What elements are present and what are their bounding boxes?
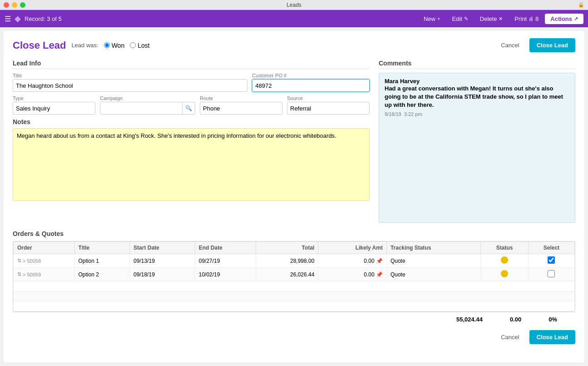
customer-po-input[interactable] [252, 79, 370, 92]
left-column: Lead Info Title Customer PO # Type [13, 60, 370, 223]
order-row-2-status [481, 268, 529, 281]
expand-icon-1[interactable]: > [23, 258, 25, 264]
order-row-2-start: 09/18/19 [130, 268, 195, 281]
minimize-window-button[interactable] [12, 2, 17, 8]
title-field: Title [13, 73, 247, 92]
print-button[interactable]: Print 🖨 8 [509, 14, 544, 24]
comment-text: Had a great conversation with Megan! It … [385, 85, 569, 110]
empty-row-2 [14, 291, 575, 301]
select-checkbox-2[interactable] [548, 270, 555, 277]
comment-author: Mara Harvey [385, 78, 569, 85]
new-button[interactable]: New + [418, 14, 445, 24]
right-column: Comments Mara Harvey Had a great convers… [379, 60, 575, 223]
select-checkbox-1[interactable] [548, 256, 555, 264]
won-radio-option[interactable]: Won [104, 42, 125, 49]
print-num: 8 [535, 15, 539, 22]
customer-po-label: Customer PO # [252, 73, 370, 78]
title-input[interactable] [13, 79, 247, 92]
actions-icon: ↗ [574, 16, 578, 22]
notes-textarea[interactable]: Megan heard about us from a contact at K… [13, 128, 370, 201]
col-tracking-status: Tracking Status [386, 242, 480, 254]
sort-icon-2[interactable]: ⇅ [17, 271, 21, 277]
order-row-2-order: ⇅ > 50059 [14, 268, 75, 281]
window-title: Leads [287, 2, 301, 8]
record-info: Record: 3 of 5 [25, 15, 62, 22]
type-field: Type [13, 95, 95, 115]
close-lead-button-bottom[interactable]: Close Lead [529, 330, 575, 344]
order-row-1-tracking: Quote [386, 254, 480, 268]
title-bar: Leads 🔒 [0, 0, 588, 10]
pin-icon-2[interactable]: 📌 [376, 271, 383, 278]
comment-author-name: Mara Harvey [385, 78, 420, 85]
notes-section: Notes Megan heard about us from a contac… [13, 118, 370, 202]
orders-section: Orders & Quotes Order Title Start Date E… [13, 230, 575, 325]
status-circle-1 [501, 256, 508, 264]
customer-po-field: Customer PO # [252, 73, 370, 92]
source-input[interactable] [287, 102, 370, 115]
order-row-1-status [481, 254, 529, 268]
order-row-2-title: Option 2 [74, 268, 130, 281]
orders-header-row: Order Title Start Date End Date Total Li… [14, 242, 575, 254]
total-value: 55,024.44 [456, 316, 483, 323]
col-start-date: Start Date [130, 242, 195, 254]
edit-label: Edit [452, 15, 462, 22]
actions-button[interactable]: Actions ↗ [545, 14, 583, 24]
edit-icon: ✎ [464, 16, 468, 22]
type-input[interactable] [13, 102, 95, 115]
col-end-date: End Date [195, 242, 256, 254]
campaign-search-wrapper: 🔍 [100, 102, 195, 115]
window-controls[interactable] [4, 2, 25, 8]
campaign-search-button[interactable]: 🔍 [182, 102, 195, 114]
order-row-1: ⇅ > 50058 Option 1 09/13/19 09/27/19 28,… [14, 254, 575, 268]
new-icon: + [437, 16, 440, 21]
edit-button[interactable]: Edit ✎ [446, 14, 473, 24]
lead-info-title: Lead Info [13, 60, 370, 69]
cancel-button-top[interactable]: Cancel [494, 38, 525, 52]
delete-button[interactable]: Delete ✕ [474, 14, 509, 24]
order-row-1-end: 09/27/19 [195, 254, 256, 268]
order-row-2-total: 26,026.44 [256, 268, 318, 281]
lost-radio[interactable] [130, 42, 136, 48]
comments-title: Comments [379, 60, 575, 69]
cancel-button-bottom[interactable]: Cancel [494, 330, 525, 344]
close-lead-button-top[interactable]: Close Lead [529, 38, 575, 52]
col-title: Title [74, 242, 130, 254]
notes-label: Notes [13, 118, 370, 125]
orders-table-scroll[interactable]: Order Title Start Date End Date Total Li… [13, 241, 575, 311]
lead-status-radio-group: Won Lost [104, 42, 150, 49]
title-label: Title [13, 73, 247, 78]
type-label: Type [13, 95, 95, 101]
bottom-buttons: Cancel Close Lead [13, 330, 575, 344]
col-total: Total [256, 242, 318, 254]
delete-icon: ✕ [499, 16, 503, 22]
empty-row-1 [14, 281, 575, 291]
orders-table-wrapper: Order Title Start Date End Date Total Li… [13, 241, 575, 312]
order-row-1-order: ⇅ > 50058 [14, 254, 75, 268]
order-row-2-tracking: Quote [386, 268, 480, 281]
sort-icon-1[interactable]: ⇅ [17, 258, 21, 264]
comments-box: Mara Harvey Had a great conversation wit… [379, 73, 575, 223]
expand-icon-2[interactable]: > [23, 272, 25, 277]
route-input[interactable] [200, 102, 282, 115]
order-row-2-select [528, 268, 574, 281]
order-row-1-start: 09/13/19 [130, 254, 195, 268]
empty-row-3 [14, 301, 575, 311]
close-window-button[interactable] [4, 2, 9, 8]
col-likely-amt: Likely Amt [318, 242, 387, 254]
orders-title: Orders & Quotes [13, 230, 575, 237]
pin-icon-1[interactable]: 📌 [376, 258, 383, 264]
maximize-window-button[interactable] [20, 2, 25, 8]
campaign-input[interactable] [100, 102, 182, 114]
new-label: New [424, 15, 435, 22]
lock-icon: 🔒 [578, 2, 584, 8]
col-order: Order [14, 242, 75, 254]
order-row-2: ⇅ > 50059 Option 2 09/18/19 10/02/19 26,… [14, 268, 575, 281]
lost-radio-option[interactable]: Lost [130, 42, 149, 49]
won-radio[interactable] [104, 42, 110, 48]
source-field: Source [287, 95, 370, 115]
source-label: Source [287, 95, 370, 101]
print-label: Print [514, 15, 527, 22]
col-select: Select [528, 242, 574, 254]
menu-icon[interactable]: ☰ [5, 15, 11, 23]
lost-label: Lost [138, 42, 149, 49]
